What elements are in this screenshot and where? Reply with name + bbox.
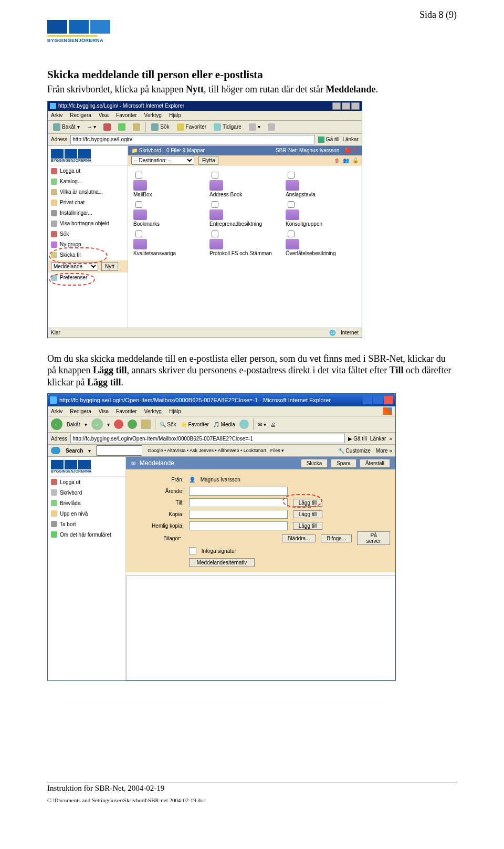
address-input[interactable] — [70, 135, 315, 144]
stop-button[interactable] — [101, 123, 113, 131]
back-button-2[interactable]: ← — [51, 418, 62, 430]
address-input-2[interactable] — [70, 434, 344, 443]
print-icon[interactable]: 🖨 — [270, 422, 276, 427]
menu2-verktyg[interactable]: Verktyg — [144, 408, 162, 414]
sidebar2-tabort[interactable]: Ta bort — [48, 519, 125, 529]
toolbar: Bakåt ▾ → ▾ Sök Favoriter Tidigare ▾ — [48, 121, 362, 134]
more-btn[interactable]: More » — [376, 448, 392, 454]
menu-visa[interactable]: Visa — [99, 112, 109, 118]
sidebar-item-sok[interactable]: Sök — [48, 229, 128, 239]
window-buttons[interactable] — [332, 102, 360, 110]
cc-input[interactable] — [189, 510, 288, 519]
bcc-laggtill-button[interactable]: Lägg till — [293, 522, 322, 530]
window-buttons-2[interactable] — [363, 396, 393, 404]
refresh-button[interactable] — [116, 123, 128, 131]
sidebar2-upp[interactable]: Upp en nivå — [48, 508, 125, 519]
flytta-button[interactable]: Flytta — [198, 156, 218, 165]
bcc-input[interactable] — [189, 521, 288, 530]
attach-row: Bilagor: Bläddra... Bifoga... På server — [131, 531, 390, 545]
tool-icon-2[interactable]: 👥 — [343, 158, 349, 163]
destination-select[interactable]: -- Destination: -- — [131, 156, 194, 165]
links-label-2[interactable]: Länkar — [370, 436, 386, 442]
folder-protokoll[interactable]: Protokoll FS och Stämman — [209, 229, 280, 256]
tool-icon-3[interactable]: 🔓 — [352, 158, 359, 163]
sidebar-item-skickafil[interactable]: Skicka fil — [48, 250, 128, 260]
customize-btn[interactable]: 🔧 Customize — [338, 448, 371, 454]
folder-bookmarks[interactable]: Bookmarks — [133, 200, 204, 227]
sidebar-item-chat[interactable]: Privat chat — [48, 197, 128, 208]
search-providers[interactable]: Google • AltaVista • Ask Jeeves • Allthe… — [148, 448, 284, 453]
media-button-2[interactable]: 🎵 Media — [213, 422, 235, 427]
sidebar-item-katalog[interactable]: Katalog... — [48, 176, 128, 187]
browse-button[interactable]: Bläddra... — [282, 534, 316, 542]
links-label[interactable]: Länkar — [342, 137, 359, 142]
favorites-button[interactable]: Favoriter — [175, 123, 208, 131]
favorites-button-2[interactable]: ⭐ Favoriter — [181, 422, 209, 427]
onserver-button[interactable]: På server — [357, 531, 390, 545]
home-button[interactable] — [131, 123, 142, 131]
nytt-button[interactable]: Nytt — [101, 262, 118, 271]
folder-addressbook[interactable]: Address Book — [209, 170, 280, 197]
refresh-button-2[interactable] — [128, 420, 137, 429]
aterstall-button[interactable]: Återställ — [360, 459, 390, 468]
sidebar-item-anslutna[interactable]: Vilka är anslutna... — [48, 187, 128, 197]
folder-kvalitet[interactable]: Kvalitetsansvariga — [133, 229, 204, 256]
history-button[interactable]: Tidigare — [212, 123, 244, 131]
search-input[interactable] — [96, 445, 142, 456]
stop-button-2[interactable] — [114, 420, 123, 429]
message-body[interactable] — [126, 575, 395, 680]
folder-konsult[interactable]: Konsultgruppen — [286, 200, 356, 227]
to-input[interactable] — [189, 498, 288, 507]
sidebar-item-borttagna[interactable]: Visa borttagna objekt — [48, 218, 128, 229]
forward-button-2[interactable]: → — [91, 418, 103, 430]
ie-icon — [50, 103, 56, 109]
search-button[interactable]: Sök — [149, 123, 171, 131]
sidebar2-loggaut[interactable]: Logga ut — [48, 477, 125, 487]
spara-button[interactable]: Spara — [331, 459, 356, 468]
subject-input[interactable] — [189, 487, 288, 496]
menu-arkiv[interactable]: Arkiv — [51, 112, 62, 118]
skicka-button[interactable]: Skicka — [301, 459, 328, 468]
folder-overlatelse[interactable]: Överlåtelsebesiktning — [286, 229, 356, 256]
menu-redigera[interactable]: Redigera — [70, 112, 91, 118]
attach-button[interactable]: Bifoga... — [321, 534, 352, 542]
menu2-redigera[interactable]: Redigera — [70, 408, 91, 414]
section-title-1: Skicka meddelande till person eller e-po… — [47, 68, 457, 81]
go-button[interactable]: Gå till — [318, 137, 340, 143]
sidebar-item-loggaut[interactable]: Logga ut — [48, 166, 128, 176]
print-button[interactable] — [266, 123, 277, 131]
meddelande-select[interactable]: Meddelande — [51, 262, 98, 271]
sidebar-item-installningar[interactable]: Inställningar... — [48, 208, 128, 218]
sidebar2-om[interactable]: Om det här formuläret — [48, 529, 125, 540]
forward-button[interactable]: → ▾ — [85, 123, 99, 130]
menu2-hjalp[interactable]: Hjälp — [169, 408, 181, 414]
message-options-button[interactable]: Meddelandealternativ — [189, 558, 255, 567]
sidebar2-skrivbord[interactable]: Skrivbord — [48, 487, 125, 498]
folder-entreprenad[interactable]: Entreprenadbesiktning — [209, 200, 280, 227]
sidebar-item-nygrupp[interactable]: Ny grupp — [48, 239, 128, 250]
home-button-2[interactable] — [141, 420, 151, 429]
back-button[interactable]: Bakåt ▾ — [51, 123, 82, 131]
signature-checkbox[interactable] — [189, 547, 196, 554]
menu-favoriter[interactable]: Favoriter — [116, 112, 136, 118]
go-button-2[interactable]: ▶ Gå till — [348, 436, 367, 442]
mail-icon[interactable]: ✉ ▾ — [258, 422, 266, 427]
menu2-visa[interactable]: Visa — [99, 408, 109, 414]
menu-verktyg[interactable]: Verktyg — [144, 112, 162, 118]
menu2-arkiv[interactable]: Arkiv — [51, 408, 62, 414]
sidebar-item-preferenser[interactable]: Preferenser — [48, 272, 128, 283]
folder-mailbox[interactable]: MailBox — [133, 170, 204, 197]
menu-bar[interactable]: Arkiv Redigera Visa Favoriter Verktyg Hj… — [48, 111, 362, 121]
tool-icon-1[interactable]: 🗑 — [334, 158, 340, 163]
help-icon[interactable]: 🔴 ❓ — [344, 148, 359, 153]
sidebar2-brevlada[interactable]: Brevlåda — [48, 498, 125, 508]
folder-anslagstavla[interactable]: Anslagstavla — [286, 170, 356, 197]
cc-laggtill-button[interactable]: Lägg till — [293, 510, 322, 518]
history-icon[interactable] — [239, 420, 249, 429]
to-laggtill-button[interactable]: Lägg till — [293, 499, 322, 507]
search-button-2[interactable]: 🔍 Sök — [160, 422, 176, 427]
mail-button[interactable]: ▾ — [247, 123, 262, 131]
menu-bar-2[interactable]: Arkiv Redigera Visa Favoriter Verktyg Hj… — [48, 406, 395, 416]
menu-hjalp[interactable]: Hjälp — [169, 112, 181, 118]
menu2-favoriter[interactable]: Favoriter — [116, 408, 136, 414]
